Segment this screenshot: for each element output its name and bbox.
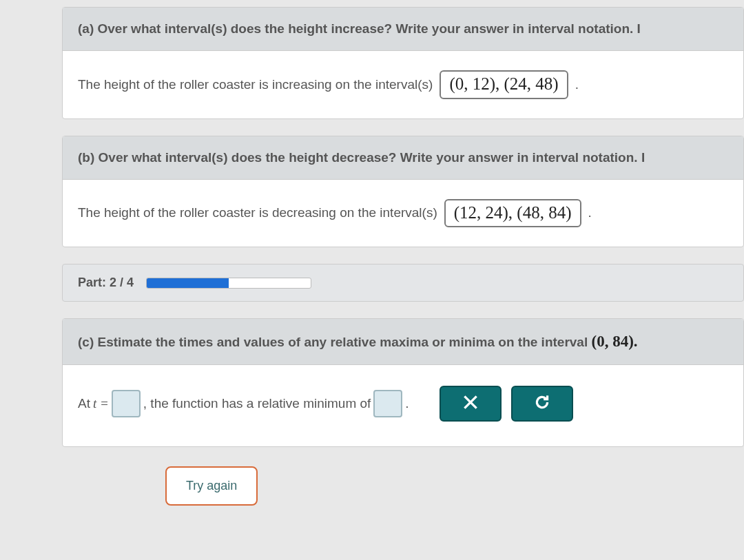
question-c-interval: (0, 84). [592, 333, 638, 350]
question-a-suffix: . [575, 77, 579, 92]
question-a-prefix: (a) [78, 21, 94, 36]
question-a-body-text: The height of the roller coaster is incr… [78, 77, 433, 92]
question-c-body: At t = , the function has a relative min… [63, 365, 743, 446]
question-b-section: (b) Over what interval(s) does the heigh… [62, 136, 744, 248]
question-b-prefix: (b) [78, 150, 94, 165]
reset-button[interactable] [511, 386, 573, 422]
question-c-prefix: (c) [78, 335, 94, 349]
try-again-container: Try again [165, 466, 744, 506]
progress-fill [147, 278, 229, 288]
question-b-header: (b) Over what interval(s) does the heigh… [63, 136, 743, 180]
input-t-value[interactable] [112, 390, 141, 417]
question-a-header: (a) Over what interval(s) does the heigh… [63, 8, 743, 51]
delete-button[interactable] [440, 386, 502, 422]
question-b-text: Over what interval(s) does the height de… [99, 150, 645, 165]
question-b-body-text: The height of the roller coaster is decr… [78, 205, 437, 220]
question-b-answer-box[interactable]: (12, 24), (48, 84) [444, 199, 581, 228]
question-c-header: (c) Estimate the times and values of any… [63, 319, 743, 365]
question-c-end: . [405, 396, 409, 411]
question-c-text: Estimate the times and values of any rel… [98, 335, 588, 349]
question-a-answer-box[interactable]: (0, 12), (24, 48) [440, 70, 568, 99]
question-b-body: The height of the roller coaster is decr… [63, 180, 743, 247]
question-c-t-eq: t = [93, 396, 109, 411]
question-a-body: The height of the roller coaster is incr… [63, 51, 743, 118]
x-icon [462, 393, 479, 415]
input-min-value[interactable] [373, 390, 402, 417]
try-again-button[interactable]: Try again [165, 466, 258, 506]
progress-bar [146, 278, 311, 289]
progress-row: Part: 2 / 4 [62, 264, 744, 302]
question-b-suffix: . [588, 205, 592, 220]
progress-label: Part: 2 / 4 [78, 276, 134, 290]
action-buttons [440, 386, 573, 422]
question-c-mid: , the function has a relative minimum of [143, 396, 371, 411]
question-a-section: (a) Over what interval(s) does the heigh… [62, 7, 744, 119]
question-c-at: At [78, 396, 90, 411]
question-a-text: Over what interval(s) does the height in… [98, 21, 641, 36]
reset-icon [533, 393, 551, 415]
question-c-section: (c) Estimate the times and values of any… [62, 318, 744, 447]
